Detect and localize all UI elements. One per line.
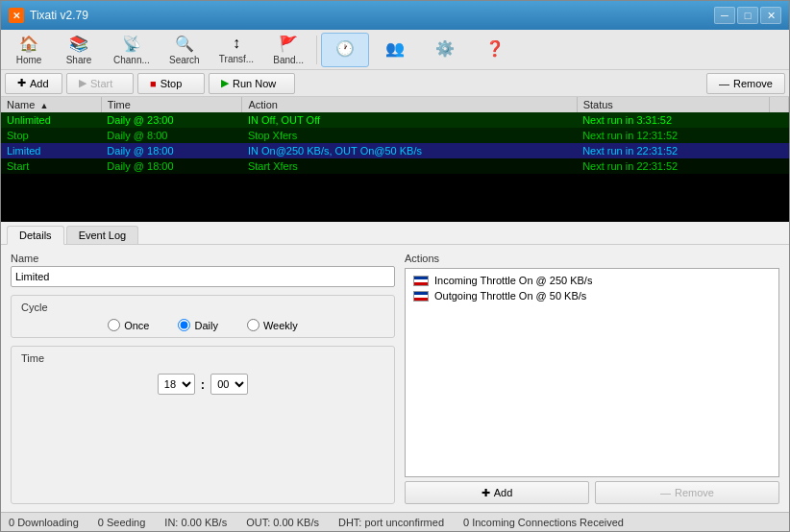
start-button[interactable]: ▶ Start [66, 73, 134, 94]
sort-icon: ▲ [39, 101, 48, 110]
flag-icon [413, 276, 429, 286]
toolbar: 🏠 Home 📚 Share 📡 Chann... 🔍 Search ↕️ Tr… [1, 30, 789, 70]
table-row[interactable]: StopDaily @ 8:00Stop XfersNext run in 12… [1, 128, 789, 143]
tab-eventlog[interactable]: Event Log [66, 226, 139, 244]
actions-add-icon: ✚ [481, 487, 490, 499]
close-button[interactable]: ✕ [760, 7, 781, 24]
add-label: Add [30, 78, 49, 89]
cycle-once-radio[interactable] [108, 319, 120, 331]
settings-button[interactable]: ⚙️ [421, 33, 469, 67]
bandwidth-button[interactable]: 🚩 Band... [264, 33, 312, 67]
home-icon: 🏠 [19, 35, 38, 53]
table-header-row: Name ▲ Time Action Status [1, 97, 789, 112]
col-action[interactable]: Action [242, 97, 577, 112]
app-icon: ✕ [9, 8, 24, 23]
table-row[interactable]: LimitedDaily @ 18:00IN On@250 KB/s, OUT … [1, 143, 789, 158]
share-label: Share [66, 55, 92, 65]
col-status[interactable]: Status [577, 97, 769, 112]
name-field-label: Name [11, 253, 395, 264]
actions-label: Actions [405, 253, 779, 264]
runnow-icon: ▶ [221, 77, 229, 89]
bottom-content: Details Event Log Name Cycle Once [1, 222, 789, 512]
scheduler-icon: 🕐 [335, 39, 355, 58]
cell-time: Daily @ 18:00 [101, 143, 242, 158]
cycle-daily-label: Daily [194, 320, 217, 331]
col-time[interactable]: Time [101, 97, 242, 112]
search-label: Search [169, 55, 200, 65]
main-window: ✕ Tixati v2.79 ─ □ ✕ 🏠 Home 📚 Share 📡 Ch… [0, 0, 790, 532]
search-icon: 🔍 [175, 35, 194, 53]
remove-icon: — [719, 78, 729, 89]
channels-button[interactable]: 📡 Chann... [105, 33, 159, 67]
name-field-group: Name [11, 253, 395, 287]
details-right: Actions Incoming Throttle On @ 250 KB/sO… [405, 253, 779, 504]
cell-status: Next run in 3:31:52 [577, 112, 769, 128]
status-dht: DHT: port unconfirmed [338, 517, 444, 528]
settings-icon: ⚙️ [435, 39, 455, 58]
cell-name: Limited [1, 143, 101, 158]
time-group: Time 01234567891011121314151617181920212… [11, 346, 395, 504]
transfers-icon: ↕️ [233, 35, 240, 52]
cell-action: IN On@250 KB/s, OUT On@50 KB/s [242, 143, 577, 158]
details-left: Name Cycle Once Daily [11, 253, 395, 504]
cell-extra [770, 128, 789, 143]
peers-button[interactable]: 👥 [371, 33, 419, 67]
time-colon: : [201, 377, 205, 392]
table-row[interactable]: StartDaily @ 18:00Start XfersNext run in… [1, 158, 789, 174]
remove-button[interactable]: — Remove [706, 73, 785, 94]
actions-section: Actions Incoming Throttle On @ 250 KB/sO… [405, 253, 779, 504]
schedule-table: Name ▲ Time Action Status UnlimitedDaily… [1, 97, 789, 174]
cell-status: Next run in 12:31:52 [577, 128, 769, 143]
add-button[interactable]: ✚ Add [5, 73, 62, 94]
cell-name: Unlimited [1, 112, 101, 128]
cell-action: IN Off, OUT Off [242, 112, 577, 128]
action-list-item[interactable]: Outgoing Throttle On @ 50 KB/s [409, 288, 775, 303]
actions-buttons: ✚ Add — Remove [405, 481, 779, 504]
start-icon: ▶ [79, 77, 86, 89]
cell-extra [770, 112, 789, 128]
stop-icon: ■ [150, 78, 157, 89]
scheduler-button[interactable]: 🕐 [321, 33, 369, 67]
actions-remove-button[interactable]: — Remove [595, 481, 779, 504]
run-now-button[interactable]: ▶ Run Now [209, 73, 295, 94]
col-name[interactable]: Name ▲ [1, 97, 101, 112]
cell-extra [770, 143, 789, 158]
cell-name: Stop [1, 128, 101, 143]
cell-status: Next run in 22:31:52 [577, 143, 769, 158]
cell-action: Start Xfers [242, 158, 577, 174]
minimize-button[interactable]: ─ [714, 7, 735, 24]
table-row[interactable]: UnlimitedDaily @ 23:00IN Off, OUT OffNex… [1, 112, 789, 128]
name-input[interactable] [11, 266, 395, 287]
cell-time: Daily @ 18:00 [101, 158, 242, 174]
time-row: 01234567891011121314151617181920212223 :… [21, 374, 384, 395]
toolbar-separator [316, 36, 317, 64]
status-downloading: 0 Downloading [9, 517, 79, 528]
status-seeding: 0 Seeding [98, 517, 146, 528]
maximize-button[interactable]: □ [737, 7, 758, 24]
actions-add-button[interactable]: ✚ Add [405, 481, 589, 504]
actions-remove-icon: — [660, 487, 671, 498]
action-list-item[interactable]: Incoming Throttle On @ 250 KB/s [409, 273, 775, 288]
help-button[interactable]: ❓ [471, 33, 519, 67]
action-item-text: Outgoing Throttle On @ 50 KB/s [434, 290, 586, 302]
minute-select[interactable]: 000510152025303540455055 [210, 374, 248, 395]
status-in-speed: IN: 0.00 KB/s [164, 517, 227, 528]
cycle-daily-option[interactable]: Daily [178, 319, 217, 331]
home-button[interactable]: 🏠 Home [5, 33, 53, 67]
bandwidth-label: Band... [273, 55, 304, 65]
hour-select[interactable]: 01234567891011121314151617181920212223 [158, 374, 195, 395]
tab-details[interactable]: Details [7, 226, 64, 245]
status-connections: 0 Incoming Connections Received [463, 517, 624, 528]
cycle-once-option[interactable]: Once [108, 319, 149, 331]
stop-button[interactable]: ■ Stop [137, 73, 205, 94]
share-button[interactable]: 📚 Share [55, 33, 103, 67]
cycle-daily-radio[interactable] [178, 319, 190, 331]
transfers-button[interactable]: ↕️ Transf... [210, 33, 262, 67]
stop-label: Stop [160, 78, 183, 89]
cycle-weekly-option[interactable]: Weekly [247, 319, 298, 331]
window-title: Tixati v2.79 [30, 9, 88, 22]
col-extra [770, 97, 789, 112]
search-button[interactable]: 🔍 Search [160, 33, 209, 67]
actions-list: Incoming Throttle On @ 250 KB/sOutgoing … [405, 268, 779, 477]
cycle-weekly-radio[interactable] [247, 319, 259, 331]
